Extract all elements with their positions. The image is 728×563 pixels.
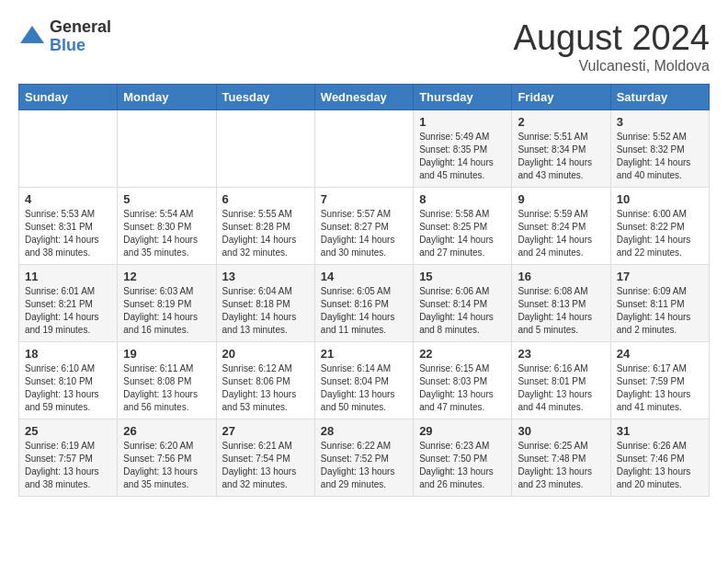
calendar-week-row: 11Sunrise: 6:01 AM Sunset: 8:21 PM Dayli… [19, 265, 710, 342]
calendar-cell: 24Sunrise: 6:17 AM Sunset: 7:59 PM Dayli… [610, 342, 709, 419]
calendar-cell: 21Sunrise: 6:14 AM Sunset: 8:04 PM Dayli… [314, 342, 413, 419]
day-info: Sunrise: 5:52 AM Sunset: 8:32 PM Dayligh… [617, 131, 703, 182]
day-number: 7 [321, 192, 407, 206]
calendar-cell: 19Sunrise: 6:11 AM Sunset: 8:08 PM Dayli… [118, 342, 216, 419]
day-number: 18 [25, 347, 111, 361]
day-info: Sunrise: 5:55 AM Sunset: 8:28 PM Dayligh… [222, 208, 309, 259]
calendar-cell [314, 110, 413, 188]
day-info: Sunrise: 6:19 AM Sunset: 7:57 PM Dayligh… [25, 440, 111, 491]
calendar-cell: 29Sunrise: 6:23 AM Sunset: 7:50 PM Dayli… [414, 419, 512, 497]
day-number: 10 [617, 192, 703, 206]
day-info: Sunrise: 6:22 AM Sunset: 7:52 PM Dayligh… [321, 440, 407, 491]
calendar-cell: 28Sunrise: 6:22 AM Sunset: 7:52 PM Dayli… [314, 419, 413, 497]
calendar-cell [216, 110, 314, 188]
day-info: Sunrise: 6:21 AM Sunset: 7:54 PM Dayligh… [222, 440, 309, 491]
location-subtitle: Vulcanesti, Moldova [514, 58, 710, 75]
title-block: August 2024 Vulcanesti, Moldova [514, 18, 710, 75]
calendar-cell: 20Sunrise: 6:12 AM Sunset: 8:06 PM Dayli… [216, 342, 314, 419]
day-number: 3 [617, 115, 703, 129]
month-title: August 2024 [514, 18, 710, 58]
day-number: 27 [222, 424, 309, 438]
calendar-cell: 3Sunrise: 5:52 AM Sunset: 8:32 PM Daylig… [610, 110, 709, 188]
calendar-cell: 8Sunrise: 5:58 AM Sunset: 8:25 PM Daylig… [414, 188, 512, 265]
calendar-week-row: 1Sunrise: 5:49 AM Sunset: 8:35 PM Daylig… [19, 110, 710, 188]
day-info: Sunrise: 6:06 AM Sunset: 8:14 PM Dayligh… [419, 285, 506, 337]
day-number: 23 [518, 347, 604, 361]
day-number: 19 [123, 347, 210, 361]
day-number: 2 [518, 115, 604, 129]
day-number: 15 [419, 270, 506, 283]
day-number: 21 [321, 347, 407, 361]
day-info: Sunrise: 6:25 AM Sunset: 7:48 PM Dayligh… [518, 440, 604, 491]
day-header-saturday: Saturday [610, 85, 709, 110]
day-number: 9 [518, 192, 604, 206]
day-info: Sunrise: 6:16 AM Sunset: 8:01 PM Dayligh… [518, 362, 604, 414]
calendar-cell: 22Sunrise: 6:15 AM Sunset: 8:03 PM Dayli… [414, 342, 512, 419]
calendar-cell: 6Sunrise: 5:55 AM Sunset: 8:28 PM Daylig… [216, 188, 314, 265]
day-info: Sunrise: 6:05 AM Sunset: 8:16 PM Dayligh… [321, 285, 407, 337]
calendar-week-row: 4Sunrise: 5:53 AM Sunset: 8:31 PM Daylig… [19, 188, 710, 265]
calendar-cell: 2Sunrise: 5:51 AM Sunset: 8:34 PM Daylig… [512, 110, 610, 188]
day-info: Sunrise: 5:51 AM Sunset: 8:34 PM Dayligh… [518, 131, 604, 182]
day-info: Sunrise: 5:59 AM Sunset: 8:24 PM Dayligh… [518, 208, 604, 259]
calendar-cell: 26Sunrise: 6:20 AM Sunset: 7:56 PM Dayli… [118, 419, 216, 497]
calendar-cell: 10Sunrise: 6:00 AM Sunset: 8:22 PM Dayli… [610, 188, 709, 265]
day-info: Sunrise: 6:17 AM Sunset: 7:59 PM Dayligh… [617, 362, 703, 414]
day-info: Sunrise: 6:15 AM Sunset: 8:03 PM Dayligh… [419, 362, 506, 414]
day-info: Sunrise: 5:57 AM Sunset: 8:27 PM Dayligh… [321, 208, 407, 259]
day-number: 8 [419, 192, 506, 206]
day-number: 20 [222, 347, 309, 361]
calendar-cell: 4Sunrise: 5:53 AM Sunset: 8:31 PM Daylig… [19, 188, 118, 265]
day-number: 24 [617, 347, 703, 361]
calendar-cell: 18Sunrise: 6:10 AM Sunset: 8:10 PM Dayli… [19, 342, 118, 419]
day-info: Sunrise: 5:54 AM Sunset: 8:30 PM Dayligh… [123, 208, 210, 259]
day-number: 13 [222, 270, 309, 283]
day-header-friday: Friday [512, 85, 610, 110]
calendar-week-row: 25Sunrise: 6:19 AM Sunset: 7:57 PM Dayli… [19, 419, 710, 497]
logo-icon [18, 23, 46, 51]
calendar-cell: 31Sunrise: 6:26 AM Sunset: 7:46 PM Dayli… [610, 419, 709, 497]
day-info: Sunrise: 5:58 AM Sunset: 8:25 PM Dayligh… [419, 208, 506, 259]
svg-marker-0 [20, 26, 44, 43]
day-number: 4 [25, 192, 111, 206]
calendar-cell: 16Sunrise: 6:08 AM Sunset: 8:13 PM Dayli… [512, 265, 610, 342]
day-number: 12 [123, 270, 210, 283]
calendar-cell: 1Sunrise: 5:49 AM Sunset: 8:35 PM Daylig… [414, 110, 512, 188]
day-number: 31 [617, 424, 703, 438]
day-info: Sunrise: 5:49 AM Sunset: 8:35 PM Dayligh… [419, 131, 506, 182]
day-info: Sunrise: 6:14 AM Sunset: 8:04 PM Dayligh… [321, 362, 407, 414]
day-info: Sunrise: 5:53 AM Sunset: 8:31 PM Dayligh… [25, 208, 111, 259]
day-info: Sunrise: 6:01 AM Sunset: 8:21 PM Dayligh… [25, 285, 111, 337]
calendar-cell: 5Sunrise: 5:54 AM Sunset: 8:30 PM Daylig… [118, 188, 216, 265]
logo-general: General [50, 18, 111, 37]
day-header-thursday: Thursday [414, 85, 512, 110]
day-number: 16 [518, 270, 604, 283]
day-number: 11 [25, 270, 111, 283]
calendar-cell [118, 110, 216, 188]
day-number: 17 [617, 270, 703, 283]
day-number: 1 [419, 115, 506, 129]
day-number: 6 [222, 192, 309, 206]
calendar-cell: 15Sunrise: 6:06 AM Sunset: 8:14 PM Dayli… [414, 265, 512, 342]
day-info: Sunrise: 6:08 AM Sunset: 8:13 PM Dayligh… [518, 285, 604, 337]
calendar-cell: 25Sunrise: 6:19 AM Sunset: 7:57 PM Dayli… [19, 419, 118, 497]
calendar-cell: 23Sunrise: 6:16 AM Sunset: 8:01 PM Dayli… [512, 342, 610, 419]
day-number: 25 [25, 424, 111, 438]
calendar-cell: 14Sunrise: 6:05 AM Sunset: 8:16 PM Dayli… [314, 265, 413, 342]
day-info: Sunrise: 6:12 AM Sunset: 8:06 PM Dayligh… [222, 362, 309, 414]
calendar-cell: 30Sunrise: 6:25 AM Sunset: 7:48 PM Dayli… [512, 419, 610, 497]
calendar-cell [19, 110, 118, 188]
day-number: 14 [321, 270, 407, 283]
day-header-monday: Monday [118, 85, 216, 110]
day-number: 5 [123, 192, 210, 206]
calendar-cell: 9Sunrise: 5:59 AM Sunset: 8:24 PM Daylig… [512, 188, 610, 265]
calendar-cell: 7Sunrise: 5:57 AM Sunset: 8:27 PM Daylig… [314, 188, 413, 265]
calendar-cell: 12Sunrise: 6:03 AM Sunset: 8:19 PM Dayli… [118, 265, 216, 342]
day-number: 30 [518, 424, 604, 438]
day-info: Sunrise: 6:09 AM Sunset: 8:11 PM Dayligh… [617, 285, 703, 337]
day-info: Sunrise: 6:04 AM Sunset: 8:18 PM Dayligh… [222, 285, 309, 337]
calendar-week-row: 18Sunrise: 6:10 AM Sunset: 8:10 PM Dayli… [19, 342, 710, 419]
calendar-table: SundayMondayTuesdayWednesdayThursdayFrid… [18, 84, 710, 497]
logo: General Blue [18, 18, 111, 55]
day-info: Sunrise: 6:03 AM Sunset: 8:19 PM Dayligh… [123, 285, 210, 337]
